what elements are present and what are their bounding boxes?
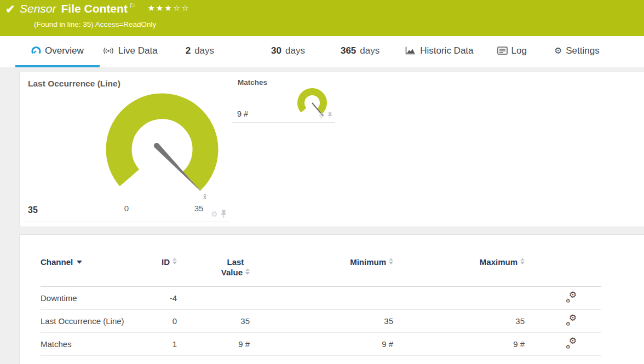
channels-table: Channel ID Last Value Minimum Maximum	[41, 257, 601, 356]
tab-30-days-label: days	[285, 45, 305, 56]
tile-divider	[24, 222, 229, 222]
gauge-scale-max: 35	[194, 204, 204, 213]
tab-365-days-number: 365	[341, 45, 356, 56]
object-kind-label: Sensor	[20, 2, 56, 15]
channel-settings-icon[interactable]: ⚙⚙	[566, 338, 577, 349]
pin-icon[interactable]	[221, 210, 227, 218]
sensor-header: ✔ SensorFile Content⚐ ★★★☆☆ (Found in li…	[0, 0, 644, 36]
sort-icon	[389, 258, 393, 264]
channel-settings-icon[interactable]: ⚙⚙	[566, 292, 577, 303]
channel-maximum: 9 #	[393, 333, 525, 356]
tab-log[interactable]: Log	[497, 36, 527, 67]
gauge-settings-icon[interactable]: ⚙	[211, 210, 218, 218]
sensor-status-message: (Found in line: 35) Access=ReadOnly	[34, 20, 156, 28]
sensor-title: File Content	[61, 2, 128, 15]
channel-id: -4	[154, 287, 177, 310]
tab-live-data-label: Live Data	[118, 45, 158, 56]
matches-value: 9 #	[237, 109, 248, 118]
tab-live-data[interactable]: Live Data	[102, 36, 158, 67]
channel-name[interactable]: Matches	[41, 333, 154, 356]
tab-overview[interactable]: Overview	[15, 36, 100, 67]
channels-panel: Channel ID Last Value Minimum Maximum	[19, 234, 644, 364]
tab-365-days[interactable]: 365 days	[341, 36, 380, 67]
channel-minimum: 35	[250, 310, 393, 333]
channel-name[interactable]: Downtime	[41, 287, 154, 310]
prtg-sensor-page: ✔ SensorFile Content⚐ ★★★☆☆ (Found in li…	[0, 0, 644, 364]
channel-minimum: 9 #	[250, 333, 393, 356]
tab-historic-data-label: Historic Data	[420, 45, 473, 56]
pin-icon[interactable]	[327, 112, 332, 119]
column-header-last-value[interactable]: Last Value	[177, 257, 250, 287]
flag-icon[interactable]: ⚐	[129, 2, 136, 10]
channel-last-value: 35	[177, 310, 250, 333]
channel-last-value	[177, 287, 250, 310]
tab-30-days-number: 30	[271, 45, 281, 56]
gauge-title-matches: Matches	[238, 78, 267, 86]
priority-stars[interactable]: ★★★☆☆	[147, 3, 189, 13]
column-header-channel[interactable]: Channel	[41, 257, 154, 287]
tab-2-days[interactable]: 2 days	[186, 36, 214, 67]
overview-gauges-panel: Last Occurrence (Line) x̄ 0 35 35 ⚙ Matc…	[19, 72, 644, 227]
broadcast-icon	[102, 47, 114, 55]
table-row: Matches 1 9 # 9 # 9 # ⚙⚙	[41, 333, 601, 356]
tile-divider	[232, 122, 335, 123]
channel-id: 1	[154, 333, 177, 356]
tab-historic-data[interactable]: Historic Data	[405, 36, 473, 67]
last-occurrence-value: 35	[28, 205, 38, 215]
channel-minimum	[250, 287, 393, 310]
channel-maximum	[393, 287, 525, 310]
sort-icon	[520, 258, 525, 264]
area-chart-icon	[405, 46, 416, 55]
log-list-icon	[497, 47, 508, 55]
tab-log-label: Log	[511, 45, 527, 56]
gauge-icon	[31, 46, 41, 56]
sort-icon	[245, 268, 250, 275]
column-header-id[interactable]: ID	[154, 257, 177, 287]
channel-settings-icon[interactable]: ⚙⚙	[566, 315, 577, 326]
column-header-actions	[525, 257, 601, 287]
channel-last-value: 9 #	[177, 333, 250, 356]
status-up-icon: ✔	[5, 3, 15, 16]
settings-gear-icon: ⚙	[554, 45, 562, 56]
last-occurrence-gauge: x̄ 0 35	[53, 77, 266, 215]
table-row: Last Occurrence (Line) 0 35 35 35 ⚙⚙	[41, 310, 601, 333]
table-row: Downtime -4 ⚙⚙	[41, 287, 601, 310]
tab-settings[interactable]: ⚙ Settings	[554, 36, 600, 67]
channel-maximum: 35	[393, 310, 525, 333]
tab-bar: Overview Live Data 2 days 30 days 365 da…	[0, 36, 644, 67]
table-header-row: Channel ID Last Value Minimum Maximum	[41, 257, 601, 287]
tab-overview-label: Overview	[45, 45, 84, 56]
gauge-scale-min: 0	[124, 204, 129, 213]
channel-id: 0	[154, 310, 177, 333]
sort-caret-icon	[77, 261, 82, 264]
column-header-minimum[interactable]: Minimum	[250, 257, 393, 287]
tab-365-days-label: days	[360, 45, 380, 56]
tab-30-days[interactable]: 30 days	[271, 36, 305, 67]
average-marker: x̄	[203, 193, 206, 201]
tab-2-days-number: 2	[186, 45, 191, 56]
gauge-settings-icon[interactable]: ⚙	[319, 112, 325, 119]
tab-settings-label: Settings	[566, 45, 599, 56]
column-header-maximum[interactable]: Maximum	[393, 257, 525, 287]
tab-2-days-label: days	[194, 45, 214, 56]
channel-name[interactable]: Last Occurrence (Line)	[41, 310, 154, 333]
sort-icon	[173, 258, 177, 264]
